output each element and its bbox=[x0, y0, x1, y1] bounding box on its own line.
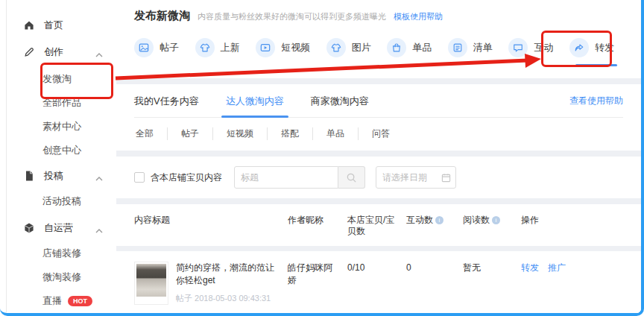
sidebar-item-shop-decoration[interactable]: 店铺装修 bbox=[7, 241, 116, 265]
table-row: 简约的穿搭，潮流的范让你轻松get 帖子 2018-05-03 09:43:31… bbox=[116, 251, 641, 313]
filter-post[interactable]: 帖子 bbox=[167, 127, 212, 140]
publish-type-short-video[interactable]: 短视频 bbox=[256, 38, 310, 66]
sidebar-item-label: 发微淘 bbox=[42, 72, 72, 86]
sidebar-item-label: 全部作品 bbox=[42, 96, 81, 110]
picture-icon bbox=[326, 38, 346, 57]
row-meta: 帖子 2018-05-03 09:43:31 bbox=[176, 293, 276, 304]
publish-type-label: 图片 bbox=[352, 41, 371, 54]
tab-my-v-tasks[interactable]: 我的V任务内容 bbox=[134, 84, 199, 117]
pencil-icon bbox=[23, 46, 35, 58]
publish-type-label: 短视频 bbox=[281, 41, 310, 54]
sidebar-item-all-works[interactable]: 全部作品 bbox=[7, 91, 116, 115]
filter-outfit[interactable]: 搭配 bbox=[267, 127, 312, 140]
publish-type-post[interactable]: 帖子 bbox=[134, 38, 179, 66]
main-content: 发布新微淘 内容质量与粉丝效果好的微淘可以得到更多频道曝光 模板使用帮助 帖子 … bbox=[116, 0, 641, 313]
sidebar-item-label: 创意中心 bbox=[42, 144, 81, 157]
chevron-up-icon[interactable] bbox=[95, 172, 103, 180]
include-shop-items-checkbox[interactable] bbox=[134, 172, 145, 183]
sidebar-item-label: 自运营 bbox=[44, 221, 73, 235]
sidebar-item-fa-weitao[interactable]: 发微淘 bbox=[7, 67, 116, 91]
col-author: 作者昵称 bbox=[288, 215, 347, 226]
sidebar-item-label: 创作 bbox=[44, 45, 63, 59]
row-author: 皓仔妈咪阿娇 bbox=[288, 262, 347, 287]
publish-type-label: 上新 bbox=[221, 41, 240, 54]
hot-badge: HOT bbox=[68, 296, 92, 306]
sidebar-item-self-operation[interactable]: 自运营 bbox=[7, 216, 116, 240]
chat-icon bbox=[508, 38, 528, 57]
checkbox-label: 含本店铺宝贝内容 bbox=[151, 171, 222, 184]
date-picker-input[interactable] bbox=[376, 166, 456, 189]
usage-help-link[interactable]: 查看使用帮助 bbox=[569, 95, 623, 107]
app-window: 首页 创作 发微淘 全部作品 素材中心 创意中心 投稿 bbox=[0, 0, 644, 316]
sidebar-item-label: 微淘装修 bbox=[42, 271, 81, 284]
filter-all[interactable]: 全部 bbox=[134, 127, 167, 140]
publish-type-forward[interactable]: 转发 bbox=[569, 38, 614, 66]
sidebar-item-material-center[interactable]: 素材中心 bbox=[7, 115, 116, 139]
publish-type-picture[interactable]: 图片 bbox=[326, 38, 371, 66]
publish-type-label: 清单 bbox=[473, 41, 493, 54]
list-icon bbox=[448, 38, 467, 57]
publish-type-bar: 帖子 上新 短视频 图片 bbox=[134, 38, 623, 66]
info-icon[interactable]: i bbox=[492, 216, 500, 224]
document-icon bbox=[23, 170, 35, 182]
search-icon bbox=[346, 172, 357, 183]
title-search-input[interactable] bbox=[234, 166, 338, 189]
publish-type-label: 帖子 bbox=[160, 41, 179, 54]
page-hint: 内容质量与粉丝效果好的微淘可以得到更多频道曝光 bbox=[198, 11, 386, 22]
content-tabs-card: 我的V任务内容 达人微淘内容 商家微淘内容 查看使用帮助 全部 帖子 短视频 搭… bbox=[116, 84, 641, 151]
filter-qa[interactable]: 问答 bbox=[358, 127, 403, 140]
row-interactions: 0 bbox=[406, 262, 463, 274]
sidebar: 首页 创作 发微淘 全部作品 素材中心 创意中心 投稿 bbox=[6, 0, 116, 313]
publish-type-label: 互动 bbox=[534, 41, 553, 54]
sidebar-item-submission[interactable]: 投稿 bbox=[7, 164, 116, 188]
sidebar-item-label: 店铺装修 bbox=[42, 247, 81, 260]
shirt-icon bbox=[195, 38, 215, 57]
info-icon[interactable]: i bbox=[435, 216, 443, 224]
promote-action-link[interactable]: 推广 bbox=[548, 262, 566, 274]
col-content-title: 内容标题 bbox=[134, 215, 288, 226]
chevron-up-icon[interactable] bbox=[95, 224, 103, 232]
search-button[interactable] bbox=[338, 166, 365, 189]
filter-single-item[interactable]: 单品 bbox=[312, 127, 358, 140]
post-icon bbox=[134, 38, 154, 57]
publish-type-single-item[interactable]: 单品 bbox=[387, 38, 432, 66]
row-shop-items: 0/10 bbox=[347, 262, 406, 274]
search-card: 含本店铺宝贝内容 bbox=[116, 157, 641, 198]
content-table: 内容标题 作者昵称 本店宝贝/宝贝数 互动数 i 阅读数 i 操作 简约的穿搭，… bbox=[116, 204, 641, 313]
row-thumbnail[interactable] bbox=[134, 262, 168, 305]
sidebar-item-creative-center[interactable]: 创意中心 bbox=[7, 139, 116, 162]
sidebar-item-interaction-center[interactable]: 互动中心 bbox=[7, 313, 116, 316]
video-icon bbox=[256, 38, 275, 57]
publish-type-interaction[interactable]: 互动 bbox=[508, 38, 553, 66]
publish-card: 发布新微淘 内容质量与粉丝效果好的微淘可以得到更多频道曝光 模板使用帮助 帖子 … bbox=[116, 0, 641, 78]
forward-icon bbox=[569, 38, 589, 57]
col-interactions: 互动数 i bbox=[406, 215, 463, 226]
forward-action-link[interactable]: 转发 bbox=[521, 262, 539, 274]
sidebar-item-create[interactable]: 创作 bbox=[7, 40, 116, 64]
sidebar-item-live[interactable]: 直播 HOT bbox=[7, 289, 116, 313]
sidebar-item-label: 投稿 bbox=[44, 169, 63, 183]
publish-type-new-arrival[interactable]: 上新 bbox=[195, 38, 240, 66]
filter-short-video[interactable]: 短视频 bbox=[212, 127, 267, 140]
publish-type-label: 单品 bbox=[412, 41, 432, 54]
page-title: 发布新微淘 bbox=[134, 9, 190, 23]
col-shop-items: 本店宝贝/宝贝数 bbox=[347, 215, 406, 237]
row-title[interactable]: 简约的穿搭，潮流的范让你轻松get bbox=[176, 262, 276, 287]
publish-type-label: 转发 bbox=[595, 41, 614, 54]
cube-icon bbox=[23, 222, 35, 234]
bag-icon bbox=[387, 38, 406, 57]
template-help-link[interactable]: 模板使用帮助 bbox=[394, 11, 443, 22]
sidebar-item-activity-submission[interactable]: 活动投稿 bbox=[7, 189, 116, 213]
tab-daren-weitao[interactable]: 达人微淘内容 bbox=[226, 84, 284, 117]
table-header: 内容标题 作者昵称 本店宝贝/宝贝数 互动数 i 阅读数 i 操作 bbox=[116, 204, 641, 246]
chevron-up-icon[interactable] bbox=[95, 48, 103, 56]
tab-merchant-weitao[interactable]: 商家微淘内容 bbox=[311, 84, 369, 117]
sidebar-item-weitao-decoration[interactable]: 微淘装修 bbox=[7, 265, 116, 289]
publish-type-list[interactable]: 清单 bbox=[448, 38, 493, 66]
sidebar-item-label: 活动投稿 bbox=[42, 195, 81, 208]
filter-bar: 全部 帖子 短视频 搭配 单品 问答 bbox=[134, 118, 623, 151]
sidebar-item-home[interactable]: 首页 bbox=[7, 13, 116, 37]
col-reads: 阅读数 i bbox=[463, 215, 521, 226]
home-icon bbox=[23, 19, 35, 31]
sidebar-item-label: 素材中心 bbox=[42, 120, 81, 133]
